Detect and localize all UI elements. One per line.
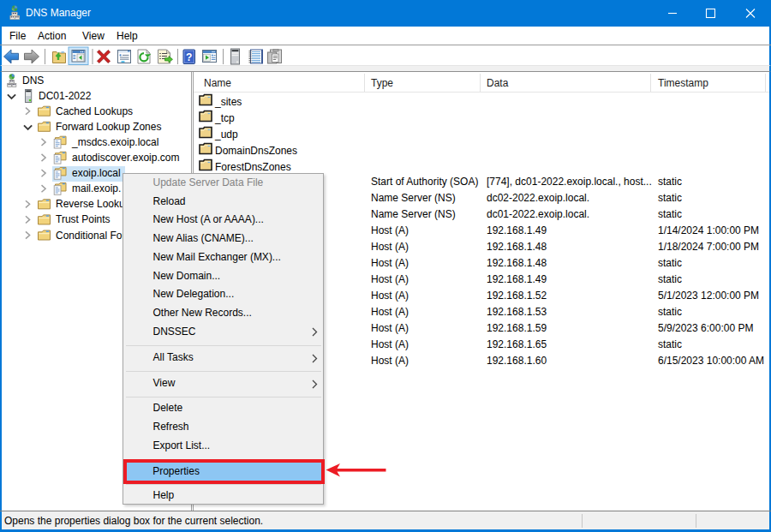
svg-text:?: ? xyxy=(186,51,192,63)
